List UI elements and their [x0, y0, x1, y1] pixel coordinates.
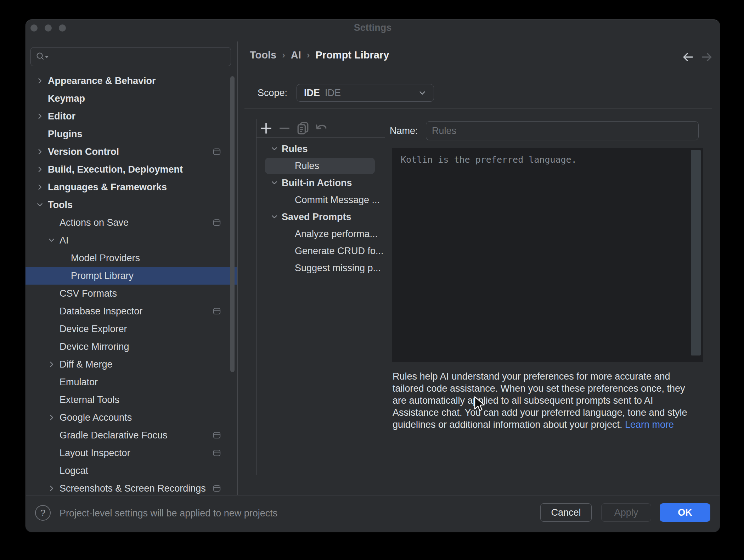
prompt-tree-item-label: Analyze performa...	[295, 229, 378, 240]
sidebar-item-plugins[interactable]: Plugins	[26, 125, 237, 143]
sidebar-item-label: Emulator	[60, 377, 98, 388]
prompt-tree-item-saved-prompts[interactable]: Saved Prompts	[257, 208, 384, 225]
sidebar-item-label: Tools	[48, 200, 73, 211]
sidebar-item-label: Screenshots & Screen Recordings	[60, 483, 206, 494]
sidebar-item-label: Layout Inspector	[60, 448, 130, 459]
chevron-right-icon[interactable]	[35, 112, 45, 121]
help-button[interactable]: ?	[35, 505, 51, 521]
sidebar-item-label: Gradle Declarative Focus	[60, 430, 168, 441]
chevron-down-icon[interactable]	[270, 178, 279, 188]
sidebar-item-editor[interactable]: Editor	[26, 107, 237, 125]
window-pane-icon	[212, 431, 221, 440]
remove-prompt-button[interactable]	[277, 121, 292, 136]
chevron-right-icon[interactable]	[47, 484, 56, 493]
search-input[interactable]	[51, 47, 226, 67]
chevron-right-icon: ›	[307, 50, 310, 61]
chevron-right-icon[interactable]	[35, 183, 45, 192]
scope-select[interactable]: IDE IDE	[297, 84, 434, 102]
scope-divider	[244, 108, 712, 109]
add-prompt-button[interactable]	[258, 121, 274, 136]
sidebar-item-database-inspector[interactable]: Database Inspector	[26, 302, 237, 320]
sidebar-scrollbar[interactable]	[230, 76, 235, 372]
sidebar-item-label: Device Explorer	[60, 324, 127, 335]
cancel-button[interactable]: Cancel	[540, 503, 592, 522]
sidebar-item-logcat[interactable]: Logcat	[26, 462, 237, 480]
sidebar-item-languages-frameworks[interactable]: Languages & Frameworks	[26, 178, 237, 196]
prompt-tree-item-label: Commit Message ...	[295, 195, 380, 206]
back-button[interactable]	[681, 50, 695, 64]
sidebar-item-diff-merge[interactable]: Diff & Merge	[26, 355, 237, 373]
chevron-right-icon[interactable]	[47, 360, 56, 369]
undo-button[interactable]	[314, 121, 329, 136]
sidebar-item-layout-inspector[interactable]: Layout Inspector	[26, 444, 237, 462]
sidebar-item-label: Plugins	[48, 129, 83, 140]
breadcrumb-tools[interactable]: Tools	[250, 49, 276, 61]
description-line: Assistance chat. You can add your prefer…	[393, 407, 687, 418]
sidebar-item-label: Version Control	[48, 146, 119, 157]
prompt-tree-item-analyze-performa[interactable]: Analyze performa...	[257, 225, 384, 242]
sidebar-item-ai[interactable]: AI	[26, 231, 237, 249]
chevron-right-icon[interactable]	[35, 165, 45, 174]
scope-value-secondary: IDE	[325, 88, 341, 99]
description-line: Rules help AI understand your preference…	[393, 371, 670, 382]
prompt-tree-item-suggest-missing-p[interactable]: Suggest missing p...	[257, 259, 384, 276]
forward-button[interactable]	[700, 50, 714, 64]
rules-description: Rules help AI understand your preference…	[393, 370, 687, 431]
sidebar-item-label: Device Mirroring	[60, 341, 129, 352]
apply-button[interactable]: Apply	[601, 503, 651, 522]
learn-more-link[interactable]: Learn more	[625, 419, 674, 430]
footer-divider	[26, 495, 720, 495]
sidebar-item-device-explorer[interactable]: Device Explorer	[26, 320, 237, 338]
chevron-right-icon[interactable]	[35, 147, 45, 157]
sidebar-item-label: Model Providers	[71, 253, 140, 264]
sidebar-item-google-accounts[interactable]: Google Accounts	[26, 409, 237, 426]
prompt-tree-item-rules[interactable]: Rules	[257, 140, 384, 157]
sidebar-item-label: Editor	[48, 111, 75, 122]
sidebar-item-label: Logcat	[60, 465, 88, 476]
sidebar-item-actions-on-save[interactable]: Actions on Save	[26, 214, 237, 231]
window-pane-icon	[212, 484, 221, 493]
sidebar-item-device-mirroring[interactable]: Device Mirroring	[26, 338, 237, 355]
sidebar-item-prompt-library[interactable]: Prompt Library	[26, 267, 237, 285]
sidebar-item-appearance-behavior[interactable]: Appearance & Behavior	[26, 72, 237, 90]
prompt-tree-item-rules[interactable]: Rules	[257, 157, 384, 174]
prompt-tree-item-generate-crud-fo[interactable]: Generate CRUD fo...	[257, 242, 384, 259]
window-pane-icon	[212, 448, 221, 458]
prompt-tree-item-commit-message[interactable]: Commit Message ...	[257, 191, 384, 208]
sidebar-item-version-control[interactable]: Version Control	[26, 143, 237, 161]
sidebar-item-keymap[interactable]: Keymap	[26, 90, 237, 107]
chevron-down-icon[interactable]	[47, 236, 56, 245]
sidebar-item-model-providers[interactable]: Model Providers	[26, 249, 237, 267]
sidebar-item-label: External Tools	[60, 394, 119, 405]
chevron-down-icon[interactable]	[270, 212, 279, 222]
toolbar-divider	[257, 137, 385, 138]
description-line: tailored code assistance. When you set t…	[393, 383, 685, 394]
prompt-tree-item-built-in-actions[interactable]: Built-in Actions	[257, 174, 384, 191]
duplicate-prompt-button[interactable]	[295, 121, 311, 136]
sidebar-item-gradle-declarative-focus[interactable]: Gradle Declarative Focus	[26, 426, 237, 444]
sidebar-item-label: Build, Execution, Deployment	[48, 164, 183, 175]
sidebar-item-label: Prompt Library	[71, 270, 134, 281]
editor-scrollbar[interactable]	[691, 150, 701, 355]
prompt-editor[interactable]: Kotlin is the preferred language.	[392, 148, 703, 362]
sidebar-item-csv-formats[interactable]: CSV Formats	[26, 285, 237, 302]
ok-button[interactable]: OK	[660, 503, 710, 522]
footer-note: Project-level settings will be applied t…	[60, 508, 277, 519]
chevron-right-icon[interactable]	[47, 413, 56, 422]
prompt-tree-item-label: Generate CRUD fo...	[295, 246, 384, 257]
sidebar-item-emulator[interactable]: Emulator	[26, 373, 237, 391]
breadcrumb-ai[interactable]: AI	[291, 49, 301, 61]
prompt-name-label: Name:	[390, 125, 418, 136]
chevron-right-icon[interactable]	[35, 76, 45, 86]
search-icon	[36, 51, 51, 63]
mouse-cursor	[474, 396, 489, 415]
sidebar-item-tools[interactable]: Tools	[26, 196, 237, 214]
sidebar-item-external-tools[interactable]: External Tools	[26, 391, 237, 409]
window-pane-icon	[212, 218, 221, 227]
sidebar-divider	[237, 41, 238, 495]
chevron-down-icon[interactable]	[35, 200, 45, 210]
sidebar-item-label: Google Accounts	[60, 412, 132, 423]
prompt-name-input[interactable]	[426, 121, 699, 140]
chevron-down-icon[interactable]	[270, 144, 279, 154]
sidebar-item-build-execution-deployment[interactable]: Build, Execution, Deployment	[26, 161, 237, 178]
